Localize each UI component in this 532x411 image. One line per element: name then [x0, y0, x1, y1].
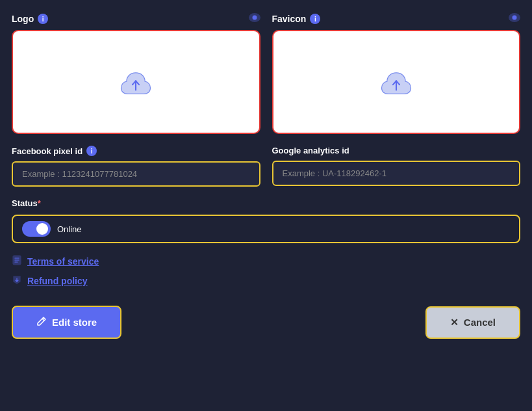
- toggle-label: Online: [57, 224, 82, 234]
- status-label: Status*: [12, 198, 520, 208]
- logo-upload-icon: [120, 66, 152, 98]
- edit-store-label: Edit store: [52, 317, 97, 328]
- google-analytics-input[interactable]: [272, 161, 521, 186]
- svg-point-4: [513, 16, 517, 20]
- facebook-pixel-info-icon[interactable]: i: [86, 146, 97, 156]
- svg-point-1: [252, 16, 257, 20]
- favicon-label: Favicon: [272, 14, 307, 24]
- cancel-button[interactable]: ✕ Cancel: [425, 306, 520, 339]
- logo-section: Logo i: [12, 13, 260, 134]
- logo-upload-box[interactable]: [12, 30, 260, 134]
- terms-label: Terms of service: [27, 256, 99, 267]
- edit-store-button[interactable]: Edit store: [12, 306, 121, 339]
- inputs-row: Facebook pixel id i Google analytics id: [12, 146, 520, 187]
- favicon-eye-icon[interactable]: [509, 13, 520, 25]
- refund-icon: [12, 274, 22, 287]
- upload-row: Logo i: [12, 13, 520, 134]
- refund-policy-link[interactable]: Refund policy: [12, 274, 520, 287]
- facebook-pixel-section: Facebook pixel id i: [12, 146, 260, 187]
- favicon-section: Favicon i: [272, 13, 521, 134]
- status-toggle[interactable]: [22, 221, 51, 237]
- favicon-upload-icon: [380, 66, 412, 98]
- refund-label: Refund policy: [27, 276, 88, 286]
- facebook-pixel-input[interactable]: [12, 161, 260, 187]
- buttons-row: Edit store ✕ Cancel: [12, 306, 520, 339]
- google-analytics-section: Google analytics id: [272, 146, 521, 187]
- facebook-pixel-label: Facebook pixel id: [12, 146, 82, 156]
- status-section: Status* Online: [12, 198, 520, 243]
- logo-eye-icon[interactable]: [249, 13, 260, 25]
- svg-line-10: [42, 319, 44, 321]
- cancel-label: Cancel: [464, 317, 496, 328]
- cancel-icon: ✕: [450, 317, 459, 328]
- toggle-thumb: [36, 223, 48, 235]
- terms-icon: [12, 255, 22, 268]
- policy-links-section: Terms of service Refund policy: [12, 255, 520, 287]
- google-analytics-label: Google analytics id: [272, 146, 349, 155]
- status-toggle-container[interactable]: Online: [12, 215, 520, 243]
- favicon-upload-box[interactable]: [272, 30, 521, 134]
- logo-info-icon[interactable]: i: [38, 14, 48, 24]
- favicon-info-icon[interactable]: i: [310, 14, 320, 24]
- edit-store-icon: [36, 316, 47, 328]
- terms-of-service-link[interactable]: Terms of service: [12, 255, 520, 268]
- toggle-track: [22, 221, 51, 237]
- logo-label: Logo: [12, 14, 34, 24]
